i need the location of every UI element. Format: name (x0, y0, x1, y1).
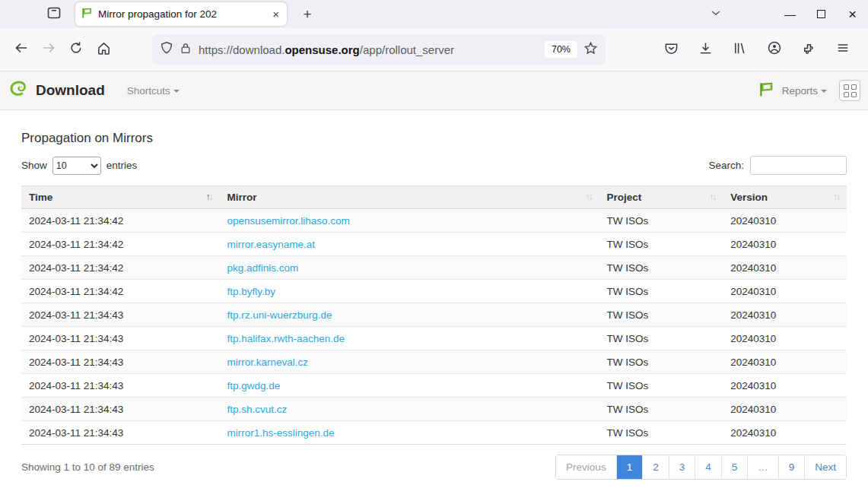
window-maximize-button[interactable] (806, 0, 837, 28)
home-button[interactable] (90, 36, 117, 63)
mirror-link[interactable]: ftp.sh.cvut.cz (227, 404, 287, 415)
back-button[interactable] (8, 36, 35, 63)
mirror-link[interactable]: mirror.karneval.cz (227, 357, 308, 368)
table-row: 2024-03-11 21:34:43ftp.gwdg.deTW ISOs202… (21, 374, 847, 398)
table-row: 2024-03-11 21:34:42ftp.byfly.byTW ISOs20… (21, 280, 847, 303)
page-length-control: Show 10 entries (21, 157, 137, 175)
browser-titlebar: Mirror propagation for 202 × + — × (0, 0, 868, 28)
pagination-page-5[interactable]: 5 (721, 455, 748, 479)
mirror-table-body: 2024-03-11 21:34:42opensusemirror.lihaso… (21, 209, 847, 445)
table-info: Showing 1 to 10 of 89 entries (21, 461, 154, 473)
reload-button[interactable] (62, 36, 90, 63)
opensuse-geeko-logo-icon (8, 78, 29, 103)
pagination: Previous12345…9Next (555, 455, 847, 480)
column-header-mirror[interactable]: Mirror↑↓ (219, 186, 599, 209)
table-row: 2024-03-11 21:34:43mirror.karneval.czTW … (21, 350, 847, 374)
cell-mirror: opensusemirror.lihaso.com (219, 209, 599, 233)
tab-close-icon[interactable]: × (270, 8, 281, 21)
pocket-icon (664, 41, 679, 59)
downloads-button[interactable] (691, 36, 720, 63)
pagination-ellipsis: … (747, 455, 778, 479)
cell-project: TW ISOs (599, 256, 723, 280)
cell-version: 20240310 (723, 233, 847, 256)
cell-mirror: pkg.adfinis.com (219, 256, 599, 280)
pocket-button[interactable] (657, 36, 686, 63)
pagination-page-9[interactable]: 9 (778, 455, 805, 479)
brand-home-link[interactable]: Download (8, 78, 105, 103)
back-arrow-icon (14, 40, 29, 59)
table-row: 2024-03-11 21:34:42opensusemirror.lihaso… (21, 209, 847, 233)
brand-label: Download (36, 82, 105, 99)
search-label: Search: (708, 160, 744, 171)
show-label: Show (21, 160, 47, 171)
chevron-down-icon (710, 7, 722, 22)
new-tab-button[interactable]: + (296, 4, 319, 25)
table-row: 2024-03-11 21:34:42pkg.adfinis.comTW ISO… (21, 256, 847, 280)
cell-time: 2024-03-11 21:34:43 (21, 421, 219, 445)
url-text: https://download.opensuse.org/app/rollou… (199, 43, 542, 56)
pagination-next-button[interactable]: Next (804, 455, 846, 479)
page-title: Propagation on Mirrors (21, 131, 847, 146)
mirror-link[interactable]: ftp.byfly.by (227, 286, 275, 297)
lock-icon (180, 42, 192, 57)
cell-version: 20240310 (723, 421, 847, 445)
list-all-tabs-button[interactable] (704, 7, 727, 22)
mirror-link[interactable]: pkg.adfinis.com (227, 262, 298, 274)
cell-version: 20240310 (723, 256, 847, 280)
shortcuts-dropdown[interactable]: Shortcuts (127, 85, 180, 97)
pagination-page-4[interactable]: 4 (695, 455, 721, 479)
sort-icon: ↑↓ (833, 192, 839, 202)
tab-title: Mirror propagation for 202 (98, 8, 270, 20)
table-row: 2024-03-11 21:34:43ftp.sh.cvut.czTW ISOs… (21, 398, 847, 421)
mirror-table: Time↑↓ Mirror↑↓ Project↑↓ Version↑↓ 2024… (21, 185, 847, 445)
forward-button[interactable] (35, 36, 62, 63)
browser-tab[interactable]: Mirror propagation for 202 × (75, 2, 287, 26)
site-navbar: Download Shortcuts Reports (0, 71, 868, 110)
mirror-link[interactable]: mirror1.hs-esslingen.de (227, 427, 334, 439)
shield-icon (160, 41, 173, 58)
column-header-time[interactable]: Time↑↓ (21, 186, 219, 209)
home-icon (97, 41, 111, 59)
reports-flag-icon (758, 81, 774, 100)
caret-down-icon (821, 90, 827, 93)
pagination-page-1[interactable]: 1 (616, 455, 643, 479)
firefox-view-button[interactable] (43, 4, 65, 25)
library-button[interactable] (725, 36, 755, 63)
sort-icon: ↑↓ (205, 192, 211, 202)
table-row: 2024-03-11 21:34:43mirror1.hs-esslingen.… (21, 421, 847, 445)
page-length-select[interactable]: 10 (52, 157, 101, 175)
mirror-link[interactable]: ftp.halifax.rwth-aachen.de (227, 333, 345, 344)
cell-version: 20240310 (723, 398, 847, 421)
table-row: 2024-03-11 21:34:43ftp.rz.uni-wuerzburg.… (21, 303, 847, 327)
pagination-previous-button[interactable]: Previous (556, 455, 616, 479)
url-domain: opensuse.org (285, 43, 359, 56)
cell-mirror: ftp.byfly.by (219, 280, 599, 303)
mirror-link[interactable]: ftp.rz.uni-wuerzburg.de (227, 309, 332, 321)
window-minimize-button[interactable]: — (774, 0, 806, 28)
cell-project: TW ISOs (599, 350, 723, 374)
bookmark-star-icon[interactable] (583, 41, 598, 59)
apps-grid-button[interactable] (839, 80, 860, 101)
account-button[interactable] (759, 36, 789, 63)
pagination-page-3[interactable]: 3 (669, 455, 695, 479)
mirror-link[interactable]: ftp.gwdg.de (227, 380, 280, 391)
column-header-version[interactable]: Version↑↓ (723, 186, 847, 209)
mirror-link[interactable]: opensusemirror.lihaso.com (227, 215, 349, 227)
cell-mirror: ftp.sh.cvut.cz (219, 398, 599, 421)
zoom-level-badge[interactable]: 70% (545, 41, 577, 58)
firefox-view-icon (46, 5, 62, 24)
window-close-button[interactable]: × (837, 0, 868, 28)
column-header-project[interactable]: Project↑↓ (599, 186, 723, 209)
mirror-link[interactable]: mirror.easyname.at (227, 239, 315, 250)
search-input[interactable] (750, 156, 847, 175)
reports-dropdown[interactable]: Reports (782, 85, 827, 97)
cell-version: 20240310 (723, 374, 847, 398)
cell-project: TW ISOs (599, 233, 723, 256)
pagination-page-2[interactable]: 2 (642, 455, 669, 479)
url-bar[interactable]: https://download.opensuse.org/app/rollou… (152, 34, 606, 65)
cell-mirror: mirror.easyname.at (219, 233, 599, 256)
library-icon (733, 41, 747, 59)
menu-button[interactable] (828, 36, 857, 63)
extensions-button[interactable] (793, 36, 823, 63)
cell-time: 2024-03-11 21:34:42 (21, 209, 219, 233)
